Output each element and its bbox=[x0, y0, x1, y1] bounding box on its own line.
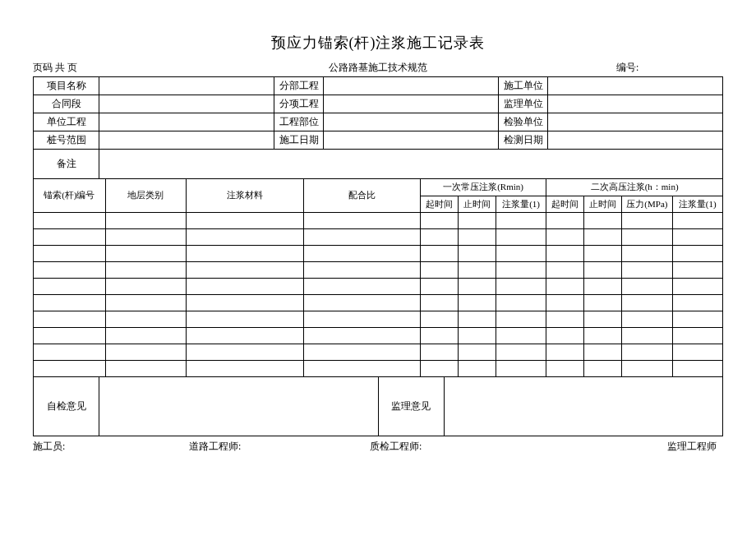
table-row bbox=[34, 245, 723, 261]
th-ratio: 配合比 bbox=[303, 179, 420, 212]
footer-supervise-engineer: 监理工程师 bbox=[583, 440, 723, 454]
page-number-label: 页码 共 页 bbox=[33, 61, 140, 75]
label-subproject: 分部工程 bbox=[274, 77, 324, 95]
th-pressure: 压力(MPa) bbox=[622, 196, 672, 212]
table-row bbox=[34, 311, 723, 327]
meta-row: 页码 共 页 公路路基施工技术规范 编号: bbox=[33, 61, 723, 75]
label-unit-project: 单位工程 bbox=[34, 113, 99, 131]
info-row-remark: 备注 bbox=[34, 150, 723, 179]
footer-row: 施工员: 道路工程师: 质检工程师: 监理工程师 bbox=[33, 440, 723, 454]
value-cell bbox=[99, 95, 274, 113]
label-part: 工程部位 bbox=[274, 113, 324, 131]
spec-label: 公路路基施工技术规范 bbox=[140, 61, 616, 75]
th-start-1: 起时间 bbox=[420, 196, 458, 212]
table-row bbox=[34, 360, 723, 376]
th-first-grout: 一次常压注浆(Rmin) bbox=[420, 179, 546, 196]
footer-road-engineer: 道路工程师: bbox=[189, 440, 370, 454]
label-construction-unit: 施工单位 bbox=[499, 77, 548, 95]
table-row bbox=[34, 294, 723, 311]
table-row bbox=[34, 344, 723, 360]
info-table: 项目名称 分部工程 施工单位 合同段 分项工程 监理单位 单位工程 工程部位 检… bbox=[33, 76, 723, 179]
th-vol-2: 注浆量(1) bbox=[672, 196, 722, 212]
header-row-1: 锚索(杆)编号 地层类别 注浆材料 配合比 一次常压注浆(Rmin) 二次高压注… bbox=[34, 179, 723, 196]
value-cell bbox=[99, 150, 723, 179]
label-self-opinion: 自检意见 bbox=[34, 377, 99, 436]
info-row: 项目名称 分部工程 施工单位 bbox=[34, 77, 723, 95]
th-start-2: 起时间 bbox=[546, 196, 584, 212]
opinion-row: 自检意见 监理意见 bbox=[34, 377, 723, 436]
table-row bbox=[34, 228, 723, 245]
info-row: 桩号范围 施工日期 检测日期 bbox=[34, 131, 723, 150]
th-vol-1: 注浆量(1) bbox=[496, 196, 546, 212]
value-cell bbox=[548, 131, 723, 150]
label-contract-section: 合同段 bbox=[34, 95, 99, 113]
value-cell bbox=[99, 77, 274, 95]
label-construction-date: 施工日期 bbox=[274, 131, 324, 150]
value-cell bbox=[99, 113, 274, 131]
page-title: 预应力锚索(杆)注浆施工记录表 bbox=[33, 33, 723, 53]
value-cell bbox=[99, 131, 274, 150]
value-self-opinion bbox=[99, 377, 379, 436]
value-cell bbox=[324, 77, 499, 95]
label-project-name: 项目名称 bbox=[34, 77, 99, 95]
footer-constructor: 施工员: bbox=[33, 440, 189, 454]
value-supervise-opinion bbox=[444, 377, 723, 436]
table-row bbox=[34, 278, 723, 294]
label-inspect-unit: 检验单位 bbox=[499, 113, 548, 131]
value-cell bbox=[548, 113, 723, 131]
label-remark: 备注 bbox=[34, 150, 99, 179]
th-second-grout: 二次高压注浆(h：min) bbox=[546, 179, 723, 196]
th-stop-2: 止时间 bbox=[584, 196, 622, 212]
value-cell bbox=[324, 113, 499, 131]
table-row bbox=[34, 327, 723, 344]
th-stratum: 地层类别 bbox=[105, 179, 187, 212]
value-cell bbox=[324, 131, 499, 150]
opinion-table: 自检意见 监理意见 bbox=[33, 377, 723, 437]
label-supervise-opinion: 监理意见 bbox=[378, 377, 444, 436]
value-cell bbox=[548, 95, 723, 113]
info-row: 合同段 分项工程 监理单位 bbox=[34, 95, 723, 113]
th-anchor-id: 锚索(杆)编号 bbox=[34, 179, 106, 212]
label-subitem: 分项工程 bbox=[274, 95, 324, 113]
value-cell bbox=[548, 77, 723, 95]
data-table: 锚索(杆)编号 地层类别 注浆材料 配合比 一次常压注浆(Rmin) 二次高压注… bbox=[33, 179, 723, 377]
info-row: 单位工程 工程部位 检验单位 bbox=[34, 113, 723, 131]
code-label: 编号: bbox=[616, 61, 723, 75]
label-supervise-unit: 监理单位 bbox=[499, 95, 548, 113]
th-material: 注浆材料 bbox=[187, 179, 303, 212]
label-test-date: 检测日期 bbox=[499, 131, 548, 150]
table-row bbox=[34, 212, 723, 228]
th-stop-1: 止时间 bbox=[458, 196, 496, 212]
label-pile-range: 桩号范围 bbox=[34, 131, 99, 150]
footer-qc-engineer: 质检工程师: bbox=[370, 440, 583, 454]
table-row bbox=[34, 261, 723, 278]
value-cell bbox=[324, 95, 499, 113]
